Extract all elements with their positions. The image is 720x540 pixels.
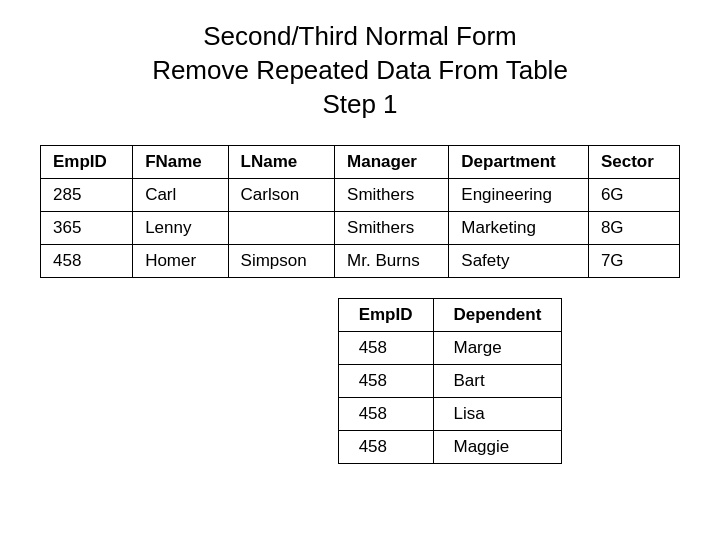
table-cell: Bart bbox=[433, 365, 562, 398]
main-table-header: Sector bbox=[588, 146, 679, 179]
table-cell: 8G bbox=[588, 212, 679, 245]
table-row: 365LennySmithersMarketing8G bbox=[41, 212, 680, 245]
main-table-header: LName bbox=[228, 146, 335, 179]
table-cell: 458 bbox=[338, 398, 433, 431]
table-cell: 285 bbox=[41, 179, 133, 212]
table-cell: Smithers bbox=[335, 179, 449, 212]
table-row: 458Maggie bbox=[338, 431, 562, 464]
table-cell: Mr. Burns bbox=[335, 245, 449, 278]
table-cell: Simpson bbox=[228, 245, 335, 278]
main-table-header: FName bbox=[133, 146, 228, 179]
table-row: 458Bart bbox=[338, 365, 562, 398]
table-cell: Lenny bbox=[133, 212, 228, 245]
table-cell: Lisa bbox=[433, 398, 562, 431]
dependent-table-header: Dependent bbox=[433, 299, 562, 332]
table-row: 458Marge bbox=[338, 332, 562, 365]
table-cell: Marketing bbox=[449, 212, 589, 245]
table-cell: 458 bbox=[338, 431, 433, 464]
table-cell: 6G bbox=[588, 179, 679, 212]
table-row: 285CarlCarlsonSmithersEngineering6G bbox=[41, 179, 680, 212]
table-cell: 458 bbox=[338, 365, 433, 398]
main-table-header-row: EmpIDFNameLNameManagerDepartmentSector bbox=[41, 146, 680, 179]
main-table-header: Department bbox=[449, 146, 589, 179]
table-cell: Marge bbox=[433, 332, 562, 365]
dependent-table-header-row: EmpIDDependent bbox=[338, 299, 562, 332]
table-cell: 458 bbox=[338, 332, 433, 365]
table-row: 458HomerSimpsonMr. BurnsSafety7G bbox=[41, 245, 680, 278]
table-cell: Carl bbox=[133, 179, 228, 212]
main-table-header: Manager bbox=[335, 146, 449, 179]
table-cell: Homer bbox=[133, 245, 228, 278]
table-cell: Maggie bbox=[433, 431, 562, 464]
table-cell: Carlson bbox=[228, 179, 335, 212]
table-cell: 7G bbox=[588, 245, 679, 278]
table-cell: 365 bbox=[41, 212, 133, 245]
table-cell: Smithers bbox=[335, 212, 449, 245]
table-row: 458Lisa bbox=[338, 398, 562, 431]
table-cell: Safety bbox=[449, 245, 589, 278]
table-cell: Engineering bbox=[449, 179, 589, 212]
dependent-table-header: EmpID bbox=[338, 299, 433, 332]
bottom-section: EmpIDDependent 458Marge458Bart458Lisa458… bbox=[40, 298, 680, 464]
main-table: EmpIDFNameLNameManagerDepartmentSector 2… bbox=[40, 145, 680, 278]
page-title: Second/Third Normal Form Remove Repeated… bbox=[152, 20, 568, 121]
dependent-table: EmpIDDependent 458Marge458Bart458Lisa458… bbox=[338, 298, 563, 464]
main-table-header: EmpID bbox=[41, 146, 133, 179]
table-cell: 458 bbox=[41, 245, 133, 278]
table-cell bbox=[228, 212, 335, 245]
